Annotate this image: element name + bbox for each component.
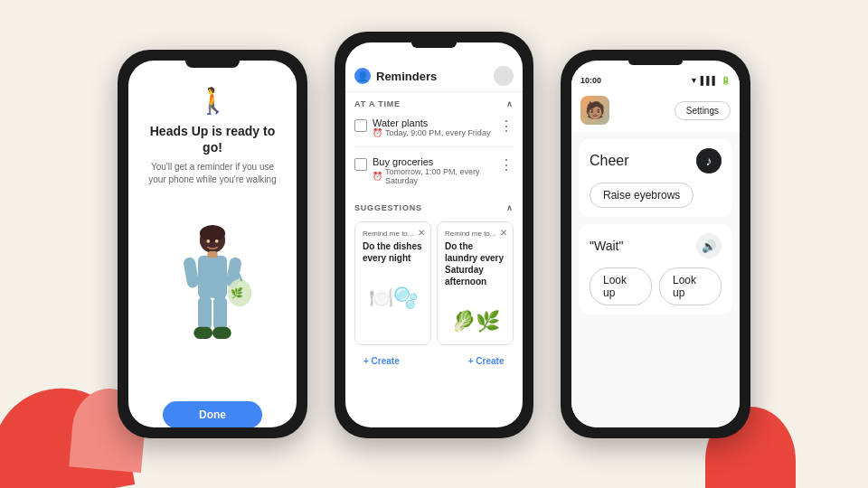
cheer-section-header: Cheer ♪ [579, 139, 732, 183]
rem-header-left: 👤 Reminders [354, 68, 437, 84]
checkbox-2[interactable] [354, 158, 367, 171]
card-1-image: 🍽️🫧 [363, 282, 423, 314]
reminders-avatar: 👤 [354, 68, 371, 84]
reminders-header: 👤 Reminders [345, 55, 523, 92]
status-bar: 10:00 ▼ ▌▌▌ 🔋 [571, 70, 740, 89]
card-2-title: Do the laundry every Saturday afternoon [445, 240, 505, 287]
sound-icon: 🔊 [696, 233, 722, 258]
wifi-icon: ▼ [690, 76, 698, 85]
raise-eyebrows-button[interactable]: Raise eyebrows [590, 183, 693, 208]
svg-rect-13 [207, 251, 217, 258]
more-icon-2[interactable]: ⋮ [499, 156, 514, 174]
svg-rect-8 [213, 296, 227, 332]
wait-section: "Wait" 🔊 Look up Look up [579, 224, 732, 314]
card-1-title: Do the dishes every night [363, 240, 423, 264]
svg-rect-10 [212, 327, 231, 339]
close-icon-2[interactable]: ✕ [500, 228, 507, 238]
look-up-button-2[interactable]: Look up [659, 267, 722, 305]
svg-rect-9 [193, 327, 212, 339]
user-face-avatar: 🧑🏽 [580, 96, 609, 125]
create-buttons-row: + Create + Create [345, 351, 523, 371]
look-up-button-1[interactable]: Look up [590, 267, 652, 305]
at-a-time-label: AT A TIME ∧ [345, 92, 523, 112]
reminders-title: Reminders [376, 70, 437, 83]
phone-3-screen: 10:00 ▼ ▌▌▌ 🔋 🧑🏽 Settings Cheer [571, 61, 740, 427]
reminder-item-2[interactable]: Buy groceries ⏰Tomorrow, 1:00 PM, every … [345, 151, 523, 191]
create-button-1[interactable]: + Create [354, 351, 409, 371]
reminder-1-content: Water plants ⏰Today, 9:00 PM, every Frid… [373, 117, 494, 137]
suggestion-card-1[interactable]: ✕ Remind me to... Do the dishes every ni… [354, 221, 431, 345]
svg-point-11 [206, 239, 210, 243]
walking-figure: 🌿 [167, 204, 258, 387]
phone-cheer: 10:00 ▼ ▌▌▌ 🔋 🧑🏽 Settings Cheer [561, 50, 750, 438]
suggestion-cards: ✕ Remind me to... Do the dishes every ni… [345, 216, 523, 351]
suggestions-label: SUGGESTIONS ∧ [345, 196, 523, 216]
phones-container: 🚶 Heads Up is ready to go! You'll get a … [0, 0, 868, 488]
music-icon: ♪ [696, 148, 722, 174]
status-icons: ▼ ▌▌▌ 🔋 [690, 76, 731, 85]
svg-rect-2 [198, 256, 227, 298]
time-display: 10:00 [580, 76, 601, 85]
walking-icon: 🚶 [197, 86, 229, 116]
collapse-icon[interactable]: ∧ [506, 99, 514, 108]
notch-3 [628, 61, 683, 65]
settings-button[interactable]: Settings [675, 101, 731, 120]
phone-2-screen: 👤 Reminders AT A TIME ∧ Water plants [345, 42, 523, 427]
more-icon-1[interactable]: ⋮ [499, 117, 514, 135]
suggestion-card-2[interactable]: ✕ Remind me to... Do the laundry every S… [437, 221, 514, 345]
checkbox-1[interactable] [354, 119, 367, 132]
phone-reminders: 👤 Reminders AT A TIME ∧ Water plants [335, 32, 533, 438]
reminder-1-time: ⏰Today, 9:00 PM, every Friday [373, 128, 494, 137]
wait-actions: Look up Look up [579, 267, 732, 314]
cheer-content: 10:00 ▼ ▌▌▌ 🔋 🧑🏽 Settings Cheer [571, 70, 740, 427]
phone-heads-up: 🚶 Heads Up is ready to go! You'll get a … [118, 50, 307, 438]
phone-1-screen: 🚶 Heads Up is ready to go! You'll get a … [128, 61, 297, 427]
notch-2 [411, 42, 457, 48]
wait-section-header: "Wait" 🔊 [579, 224, 732, 267]
reminders-content: 👤 Reminders AT A TIME ∧ Water plants [345, 55, 523, 427]
cheer-title: Cheer [590, 153, 629, 169]
card-1-label: Remind me to... [363, 230, 423, 238]
person-illustration: 🌿 [167, 223, 258, 368]
reminder-item-1[interactable]: Water plants ⏰Today, 9:00 PM, every Frid… [345, 112, 523, 143]
close-icon-1[interactable]: ✕ [418, 228, 425, 238]
card-2-label: Remind me to... [445, 230, 505, 238]
svg-point-12 [215, 239, 219, 243]
svg-point-1 [200, 225, 225, 242]
reminder-1-title: Water plants [373, 117, 494, 128]
battery-icon: 🔋 [721, 76, 731, 85]
heads-up-title: Heads Up is ready to go! [143, 123, 282, 155]
reminder-2-content: Buy groceries ⏰Tomorrow, 1:00 PM, every … [373, 156, 494, 185]
reminder-2-time: ⏰Tomorrow, 1:00 PM, every Saturday [373, 167, 494, 185]
user-avatar [494, 66, 514, 86]
divider-1 [354, 146, 514, 147]
svg-rect-7 [198, 296, 212, 332]
signal-icon: ▌▌▌ [701, 76, 718, 85]
reminder-2-title: Buy groceries [373, 156, 494, 167]
cheer-section: Cheer ♪ Raise eyebrows [579, 139, 732, 217]
notch-1 [185, 61, 240, 68]
collapse-suggestions-icon[interactable]: ∧ [506, 203, 514, 212]
done-button[interactable]: Done [163, 401, 262, 427]
wait-title: "Wait" [590, 239, 623, 253]
heads-up-subtitle: You'll get a reminder if you use your ph… [143, 161, 282, 186]
heads-up-content: 🚶 Heads Up is ready to go! You'll get a … [128, 86, 297, 427]
svg-rect-3 [183, 257, 200, 289]
cheer-header: 🧑🏽 Settings [571, 89, 740, 132]
svg-text:🌿: 🌿 [231, 286, 244, 299]
card-2-image: 🥬🌿 [445, 305, 505, 337]
create-button-2[interactable]: + Create [459, 351, 514, 371]
